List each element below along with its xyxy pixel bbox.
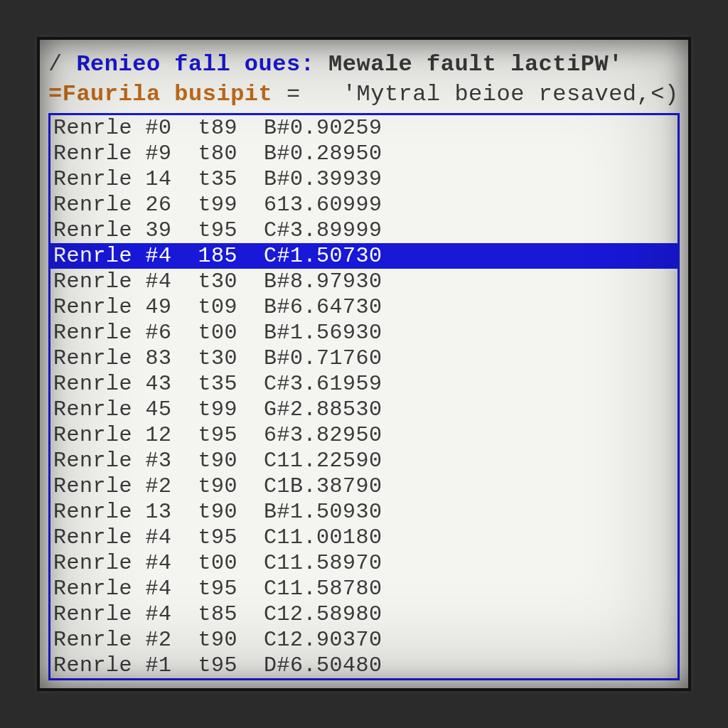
list-item[interactable]: Renrle #4 185 C#1.50730 [50, 243, 678, 269]
list-item[interactable]: Renrle #4 t95 C11.58780 [50, 576, 678, 601]
terminal-screen: / Renieo fall oues: Mewale fault lactiPW… [37, 37, 691, 691]
list-item[interactable]: Renrle #2 t90 C12.90370 [50, 627, 678, 653]
header-line1-title: Renieo fall oues: [76, 51, 328, 77]
monitor-bezel: / Renieo fall oues: Mewale fault lactiPW… [0, 0, 728, 728]
list-item[interactable]: Renrle #9 t80 B#0.28950 [50, 141, 678, 166]
list-item[interactable]: Renrle #4 t30 B#8.97930 [50, 269, 678, 294]
header-line2-mid: = ' [287, 81, 357, 107]
list-item[interactable]: Renrle 45 t99 G#2.88530 [50, 397, 678, 422]
header-line2-label: Faurila busipit [63, 81, 287, 107]
header-line2-rest: Mytral beioe resaved,<) 3 [356, 81, 691, 107]
list-item[interactable]: Renrle #1 t95 D#6.50480 [50, 653, 678, 678]
list-item[interactable]: Renrle 12 t95 6#3.82950 [50, 422, 678, 448]
list-item[interactable]: Renrle 26 t99 613.60999 [50, 192, 678, 218]
header-area: / Renieo fall oues: Mewale fault lactiPW… [48, 50, 680, 109]
list-item[interactable]: Renrle #4 t95 C11.00180 [50, 525, 678, 550]
list-item[interactable]: Renrle 83 t30 B#0.71760 [50, 346, 678, 371]
result-listbox[interactable]: Renrle #0 t89 B#0.90259Renrle #9 t80 B#0… [48, 113, 680, 680]
list-item[interactable]: Renrle #4 t00 C11.58970 [50, 550, 678, 576]
list-item[interactable]: Renrle 14 t35 B#0.39939 [50, 166, 678, 192]
list-item[interactable]: Renrle 43 t35 C#3.61959 [50, 371, 678, 397]
list-item[interactable]: Renrle 13 t90 B#1.50930 [50, 499, 678, 525]
list-item[interactable]: Renrle #4 t85 C12.58980 [50, 601, 678, 627]
header-line1-rest: Mewale fault lactiPW' [328, 51, 623, 77]
list-item[interactable]: Renrle 49 t09 B#6.64730 [50, 294, 678, 320]
list-item[interactable]: Renrle #0 t89 B#0.90259 [50, 115, 678, 141]
list-item[interactable]: Renrle #6 t00 B#1.56930 [50, 320, 678, 346]
list-item[interactable]: Renrle #3 t90 C11.22590 [50, 448, 678, 473]
header-line2-prefix: = [48, 81, 63, 107]
header-line1-slash: / [48, 51, 76, 77]
list-item[interactable]: Renrle 39 t95 C#3.89999 [50, 218, 678, 243]
list-item[interactable]: Renrle #2 t90 C1B.38790 [50, 473, 678, 499]
